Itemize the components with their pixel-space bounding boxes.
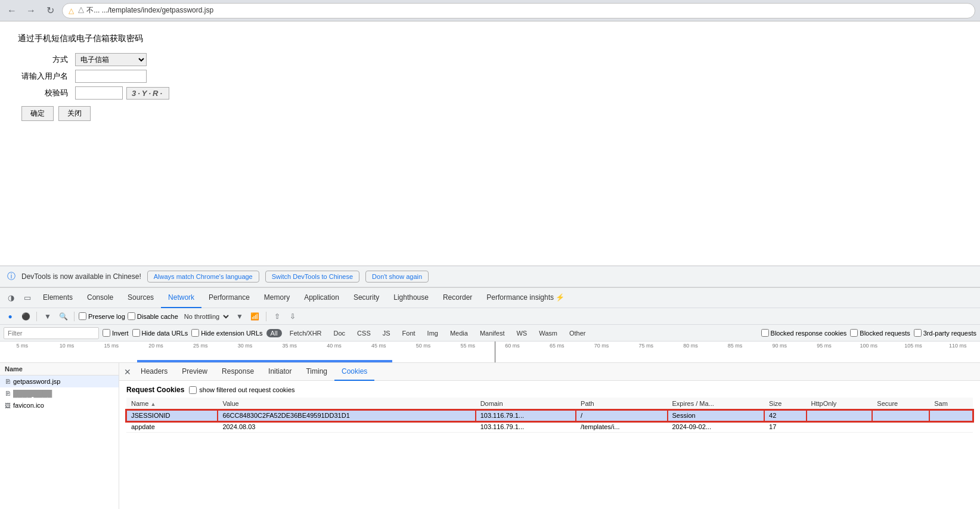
tab-memory[interactable]: Memory xyxy=(257,288,297,308)
tab-network[interactable]: Network xyxy=(161,288,201,308)
cookie-value-appdate: 2024.08.03 xyxy=(218,421,475,433)
disable-cache-checkbox[interactable]: Disable cache xyxy=(128,312,178,320)
tab-application[interactable]: Application xyxy=(297,288,346,308)
captcha-input[interactable] xyxy=(75,86,123,100)
import-button[interactable]: ⇧ xyxy=(271,310,284,323)
type-manifest-btn[interactable]: Manifest xyxy=(476,329,509,337)
col-path[interactable]: Path xyxy=(576,398,667,410)
detail-tab-initiator[interactable]: Initiator xyxy=(261,363,299,381)
cookie-httponly-appdate xyxy=(807,421,873,433)
col-name[interactable]: Name ▲ xyxy=(126,398,218,410)
username-input[interactable] xyxy=(75,70,147,83)
type-js-btn[interactable]: JS xyxy=(379,329,395,337)
tab-lighthouse[interactable]: Lighthouse xyxy=(386,288,436,308)
third-party-checkbox[interactable]: 3rd-party requests xyxy=(914,329,976,337)
detail-tab-response[interactable]: Response xyxy=(215,363,261,381)
method-select[interactable]: 电子信箱 手机短信 xyxy=(75,53,147,66)
cookie-domain-appdate: 103.116.79.1... xyxy=(476,421,576,433)
invert-checkbox[interactable]: Invert xyxy=(103,329,129,337)
cookie-size-jsessionid: 42 xyxy=(764,410,806,421)
address-text: △ 不... .../templates/index/getpassword.j… xyxy=(77,5,213,15)
file-item-getpassword[interactable]: 🖹 getpassword.jsp xyxy=(0,375,119,387)
confirm-button[interactable]: 确定 xyxy=(21,106,54,121)
tab-performance-insights[interactable]: Performance insights ⚡ xyxy=(479,288,572,308)
type-ws-btn[interactable]: WS xyxy=(512,329,531,337)
cookie-row-jsessionid[interactable]: JSESSIONID 66CC84830C2FA52DE36BE49591DD3… xyxy=(126,410,973,421)
inspect-icon-btn[interactable]: ◑ xyxy=(2,290,19,306)
address-bar[interactable]: △ △ 不... .../templates/index/getpassword… xyxy=(62,3,975,18)
page-title: 通过手机短信或电子信箱获取密码 xyxy=(18,33,962,44)
detail-tab-timing[interactable]: Timing xyxy=(299,363,334,381)
type-fetch-btn[interactable]: Fetch/XHR xyxy=(286,329,326,337)
device-icon-btn[interactable]: ▭ xyxy=(19,290,36,306)
timeline-cursor xyxy=(495,342,495,362)
timeline-bar[interactable]: 5 ms 10 ms 15 ms 20 ms 25 ms 30 ms 35 ms… xyxy=(0,342,980,363)
reload-button[interactable]: ↻ xyxy=(43,4,57,18)
col-secure[interactable]: Secure xyxy=(872,398,929,410)
hide-ext-urls-checkbox[interactable]: Hide extension URLs xyxy=(191,329,262,337)
file-item-favicon[interactable]: 🖼 favicon.ico xyxy=(0,399,119,411)
type-font-btn[interactable]: Font xyxy=(398,329,420,337)
wifi-icon-btn[interactable]: 📶 xyxy=(249,310,262,323)
type-doc-btn[interactable]: Doc xyxy=(330,329,350,337)
tab-console[interactable]: Console xyxy=(80,288,120,308)
export-button[interactable]: ⇩ xyxy=(286,310,299,323)
col-value[interactable]: Value xyxy=(218,398,475,410)
type-img-btn[interactable]: Img xyxy=(423,329,442,337)
cookies-content: Request Cookies show filtered out reques… xyxy=(119,381,980,509)
filter-input[interactable] xyxy=(4,327,99,339)
cookie-row-appdate[interactable]: appdate 2024.08.03 103.116.79.1... /temp… xyxy=(126,421,973,433)
hide-data-urls-checkbox[interactable]: Hide data URLs xyxy=(132,329,188,337)
throttle-arrow-button[interactable]: ▼ xyxy=(233,310,246,323)
cookie-httponly-jsessionid xyxy=(807,410,873,421)
preserve-log-checkbox[interactable]: Preserve log xyxy=(79,312,125,320)
throttle-select[interactable]: No throttling Fast 3G Slow 3G xyxy=(181,312,231,321)
col-samesite[interactable]: Sam xyxy=(929,398,973,410)
blocked-requests-checkbox[interactable]: Blocked requests xyxy=(850,329,910,337)
form-table: 方式 电子信箱 手机短信 请输入用户名 校验码 3·Y·R· xyxy=(18,51,173,101)
record-button[interactable]: ● xyxy=(4,310,17,323)
cookies-table: Name ▲ Value Domain Path Expires / Ma...… xyxy=(126,398,973,433)
dont-show-again-button[interactable]: Don't show again xyxy=(365,271,429,283)
switch-to-chinese-button[interactable]: Switch DevTools to Chinese xyxy=(265,271,359,283)
tab-elements[interactable]: Elements xyxy=(36,288,80,308)
tab-performance[interactable]: Performance xyxy=(201,288,257,308)
blocked-cookies-checkbox[interactable]: Blocked response cookies xyxy=(761,329,847,337)
devtools-panel: ◑ ▭ Elements Console Sources Network Per… xyxy=(0,287,980,509)
col-httponly[interactable]: HttpOnly xyxy=(807,398,873,410)
cookie-size-appdate: 17 xyxy=(764,421,806,433)
search-button[interactable]: 🔍 xyxy=(57,310,70,323)
type-other-btn[interactable]: Other xyxy=(565,329,590,337)
detail-tab-cookies[interactable]: Cookies xyxy=(334,363,374,381)
col-size[interactable]: Size xyxy=(764,398,806,410)
network-toolbar: ● ⚫ ▼ 🔍 Preserve log Disable cache No th… xyxy=(0,308,980,325)
detail-tabs: ✕ Headers Preview Response Initiator Tim… xyxy=(119,363,980,381)
type-media-btn[interactable]: Media xyxy=(446,329,472,337)
forward-button[interactable]: → xyxy=(24,4,38,18)
file-name-favicon: favicon.ico xyxy=(13,402,44,409)
tab-recorder[interactable]: Recorder xyxy=(436,288,479,308)
detail-close-btn[interactable]: ✕ xyxy=(122,366,134,378)
type-css-btn[interactable]: CSS xyxy=(353,329,375,337)
tab-sources[interactable]: Sources xyxy=(120,288,161,308)
show-filtered-checkbox[interactable]: show filtered out request cookies xyxy=(189,386,294,394)
request-cookies-label: Request Cookies xyxy=(126,386,184,394)
filter-toggle-button[interactable]: ▼ xyxy=(41,310,54,323)
devtools-tabs: ◑ ▭ Elements Console Sources Network Per… xyxy=(0,288,980,308)
detail-tab-preview[interactable]: Preview xyxy=(175,363,215,381)
cookie-path-jsessionid: / xyxy=(576,410,667,421)
close-button[interactable]: 关闭 xyxy=(58,106,91,121)
col-expires[interactable]: Expires / Ma... xyxy=(668,398,765,410)
clear-button[interactable]: ⚫ xyxy=(19,310,32,323)
type-wasm-btn[interactable]: Wasm xyxy=(535,329,562,337)
tab-security[interactable]: Security xyxy=(346,288,386,308)
img-icon: 🖼 xyxy=(5,402,11,409)
col-domain[interactable]: Domain xyxy=(476,398,576,410)
file-item-redacted[interactable]: 🖹 ████ ████ xyxy=(0,387,119,399)
cookie-samesite-appdate xyxy=(929,421,973,433)
back-button[interactable]: ← xyxy=(5,4,19,18)
match-language-button[interactable]: Always match Chrome's language xyxy=(147,271,259,283)
detail-tab-headers[interactable]: Headers xyxy=(134,363,175,381)
type-all-btn[interactable]: All xyxy=(266,329,282,337)
cookie-path-appdate: /templates/i... xyxy=(576,421,667,433)
